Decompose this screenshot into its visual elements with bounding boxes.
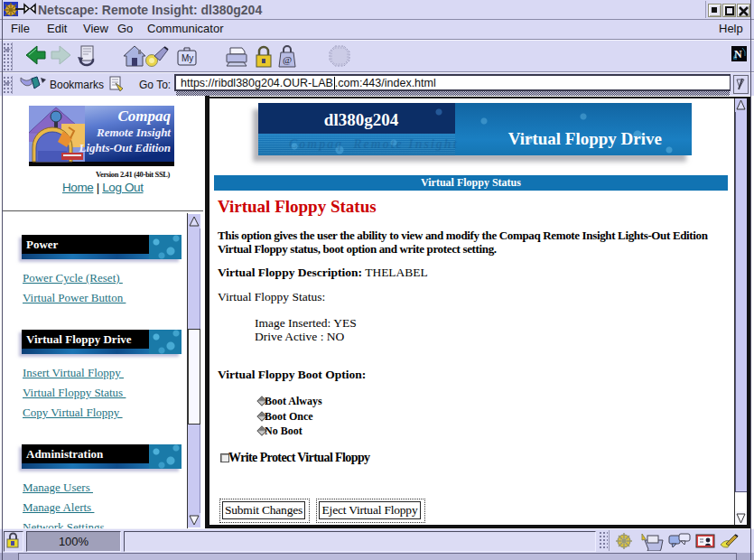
svg-text:N: N [734, 48, 742, 61]
svg-text:Lights-Out Edition: Lights-Out Edition [79, 141, 172, 154]
svg-text:Compaq: Compaq [117, 107, 171, 125]
svg-text:@: @ [283, 54, 292, 65]
svg-text:My: My [182, 53, 193, 63]
svg-text:Remote Insight: Remote Insight [96, 126, 171, 139]
